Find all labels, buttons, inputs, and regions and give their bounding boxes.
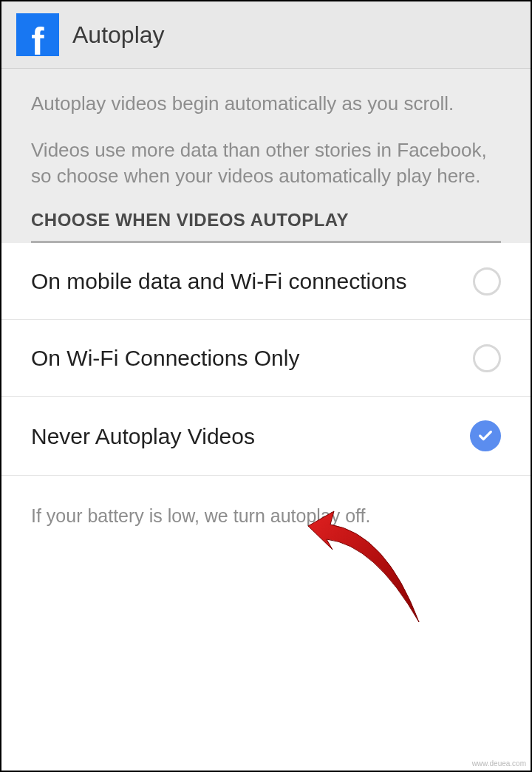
section-heading: CHOOSE WHEN VIDEOS AUTOPLAY bbox=[31, 210, 501, 243]
facebook-logo-icon: f bbox=[16, 13, 59, 56]
option-mobile-wifi[interactable]: On mobile data and Wi-Fi connections bbox=[1, 243, 531, 320]
options-list: On mobile data and Wi-Fi connections On … bbox=[1, 243, 531, 476]
option-label: On mobile data and Wi-Fi connections bbox=[31, 267, 473, 296]
page-title: Autoplay bbox=[72, 21, 165, 49]
radio-unselected-icon bbox=[473, 344, 501, 372]
footer-note: If your battery is low, we turn autoplay… bbox=[1, 476, 531, 556]
option-wifi-only[interactable]: On Wi-Fi Connections Only bbox=[1, 320, 531, 397]
description-para-2: Videos use more data than other stories … bbox=[31, 137, 501, 189]
option-never-autoplay[interactable]: Never Autoplay Videos bbox=[1, 397, 531, 476]
app-header: f Autoplay bbox=[1, 1, 531, 69]
radio-unselected-icon bbox=[473, 267, 501, 296]
description-para-1: Autoplay videos begin automatically as y… bbox=[31, 91, 501, 117]
description-text: Autoplay videos begin automatically as y… bbox=[31, 91, 501, 189]
option-label: Never Autoplay Videos bbox=[31, 422, 470, 451]
facebook-f-glyph: f bbox=[31, 22, 44, 61]
watermark: www.deuea.com bbox=[472, 759, 526, 768]
checkmark-icon bbox=[477, 428, 494, 444]
option-label: On Wi-Fi Connections Only bbox=[31, 344, 473, 372]
description-section: Autoplay videos begin automatically as y… bbox=[1, 69, 531, 243]
radio-selected-icon bbox=[470, 420, 501, 451]
